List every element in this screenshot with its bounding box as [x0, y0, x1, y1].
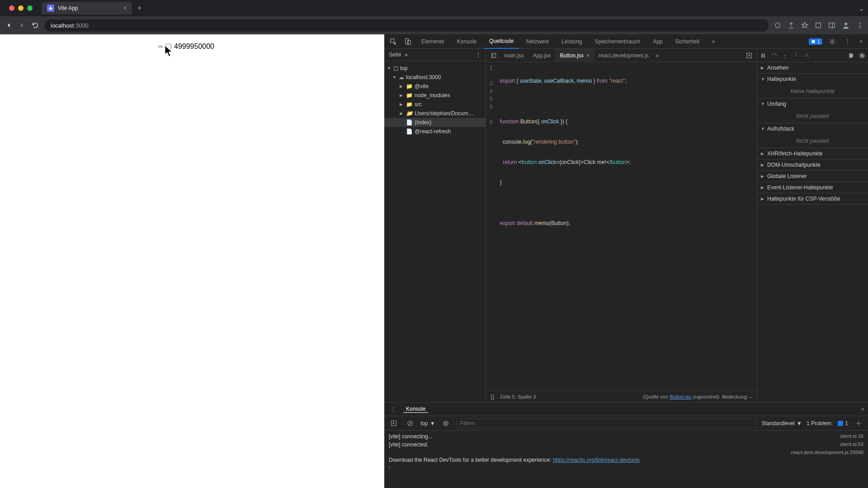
- tree-folder-node-modules[interactable]: ▶📁node_modules: [384, 91, 486, 100]
- react-devtools-link[interactable]: https://reactjs.org/link/react-devtools: [553, 457, 640, 463]
- editor-nav-icon[interactable]: [488, 52, 500, 59]
- live-expression-icon[interactable]: [440, 420, 452, 427]
- tab-memory[interactable]: Speicherverbrauch: [590, 34, 646, 49]
- editor-tab-main[interactable]: main.jsx: [500, 49, 528, 62]
- console-settings-icon[interactable]: [853, 420, 864, 427]
- section-event[interactable]: ▶Event-Listener-Haltepunkte: [757, 182, 868, 193]
- sidebar-icon[interactable]: [828, 22, 835, 29]
- settings-icon[interactable]: [826, 38, 839, 45]
- editor-run-icon[interactable]: [743, 52, 755, 59]
- inspect-element-icon[interactable]: [387, 38, 400, 45]
- tree-file-react-refresh[interactable]: 📄@react-refresh: [384, 127, 486, 136]
- console-close-icon[interactable]: ×: [861, 406, 864, 413]
- url-bar[interactable]: localhost:3000: [44, 19, 769, 32]
- tab-sources[interactable]: Quellcode: [484, 34, 519, 49]
- step-into-icon[interactable]: [781, 52, 789, 60]
- log-source[interactable]: client.ts:53: [840, 441, 863, 448]
- svg-rect-11: [812, 40, 815, 43]
- share-icon[interactable]: [788, 22, 795, 29]
- log-source[interactable]: react-dom.development.js:29840: [791, 450, 863, 455]
- tab-elements[interactable]: Elemente: [416, 34, 450, 49]
- deactivate-breakpoints-icon[interactable]: [847, 52, 855, 60]
- new-tab-button[interactable]: +: [132, 4, 147, 12]
- kebab-menu-icon[interactable]: [856, 22, 863, 29]
- devtools-close-icon[interactable]: ×: [857, 38, 865, 45]
- debug-sections: ▶Ansehen ▼Haltepunkte Keine Haltepunkte …: [757, 62, 868, 402]
- step-icon[interactable]: [802, 52, 811, 60]
- nav-tabs-overflow-icon[interactable]: »: [405, 52, 408, 58]
- reload-button[interactable]: [32, 22, 39, 29]
- tree-folder-vite[interactable]: ▶📁@vite: [384, 82, 486, 91]
- devtools-tabs: Elemente Konsole Quellcode Netzwerk Leis…: [384, 34, 868, 49]
- code-editor[interactable]: 134568 import { useState, useCallback, m…: [486, 62, 757, 390]
- pause-icon[interactable]: [759, 52, 767, 60]
- section-xhr[interactable]: ▶XHR/fetch-Haltepunkte: [757, 148, 868, 159]
- svg-point-26: [444, 422, 447, 424]
- console-filter[interactable]: [456, 418, 757, 428]
- back-button[interactable]: [5, 21, 13, 29]
- tab-network[interactable]: Netzwerk: [521, 34, 554, 49]
- svg-point-4: [844, 23, 847, 25]
- chevron-down-icon[interactable]: ⌄: [859, 4, 864, 13]
- star-icon[interactable]: [801, 22, 808, 29]
- tree-top[interactable]: ▼▢top: [384, 64, 486, 73]
- format-icon[interactable]: {}: [491, 393, 500, 400]
- svg-point-27: [443, 421, 448, 426]
- forward-button[interactable]: [18, 21, 26, 29]
- log-source[interactable]: client.ts:16: [840, 433, 863, 440]
- editor-tab-app[interactable]: App.jsx: [528, 49, 555, 62]
- pause-exceptions-icon[interactable]: [858, 52, 866, 60]
- editor-tab-button[interactable]: Button.jsx×: [555, 49, 594, 62]
- window-maximize[interactable]: [27, 5, 33, 11]
- profile-icon[interactable]: [842, 21, 850, 29]
- sources-navigator: Seite » ⋮ ▼▢top ▼☁localhost:3000 ▶📁@vite…: [384, 49, 486, 402]
- code-content: import { useState, useCallback, memo } f…: [496, 62, 757, 390]
- tab-console[interactable]: Konsole: [452, 34, 482, 49]
- svg-rect-2: [829, 23, 835, 28]
- tabs-overflow-icon[interactable]: »: [707, 34, 721, 49]
- log-row: [vite] connecting...client.ts:16: [384, 432, 868, 441]
- step-out-icon[interactable]: [792, 52, 800, 60]
- section-csp[interactable]: ▶Haltepunkte für CSP-Verstöße: [757, 193, 868, 204]
- window-close[interactable]: [9, 5, 14, 11]
- editor-tabs-overflow-icon[interactable]: »: [653, 52, 662, 59]
- console-level[interactable]: Standardlevel▼: [762, 420, 802, 427]
- tab-performance[interactable]: Leistung: [556, 34, 587, 49]
- device-toggle-icon[interactable]: [401, 38, 414, 45]
- nav-menu-icon[interactable]: ⋮: [476, 52, 481, 58]
- section-scope[interactable]: ▼Umfang: [757, 99, 868, 109]
- puzzle-icon[interactable]: [815, 22, 822, 29]
- section-breakpoints[interactable]: ▼Haltepunkte: [757, 74, 868, 84]
- issues-badge[interactable]: 1: [809, 38, 822, 45]
- editor-tab-close-icon[interactable]: ×: [586, 52, 590, 59]
- console-context[interactable]: top▼: [420, 420, 435, 427]
- tree-host[interactable]: ▼☁localhost:3000: [384, 73, 486, 82]
- problems-count[interactable]: 1 Problem: 1: [807, 420, 848, 427]
- section-global[interactable]: ▶Globale Listener: [757, 171, 868, 182]
- source-map-link[interactable]: Button.jsx: [670, 394, 691, 399]
- console-sidebar-icon[interactable]: [388, 420, 400, 427]
- window-minimize[interactable]: [18, 5, 24, 11]
- page-button[interactable]: [158, 46, 163, 47]
- breakpoints-empty: Keine Haltepunkte: [757, 84, 868, 98]
- devtools-menu-icon[interactable]: ⋮: [842, 38, 853, 45]
- tab-close-icon[interactable]: ×: [123, 5, 127, 11]
- console-tab[interactable]: Konsole: [403, 406, 428, 413]
- editor-tab-react-dev[interactable]: react.development.js: [594, 49, 653, 62]
- tab-app[interactable]: App: [647, 34, 668, 49]
- tree-folder-users[interactable]: ▶📁Users/stephan/Docum…: [384, 109, 486, 118]
- browser-tab[interactable]: Vite App ×: [42, 2, 132, 14]
- console-prompt[interactable]: ›: [384, 464, 868, 470]
- section-dom[interactable]: ▶DOM-Umschaltpunkte: [757, 160, 868, 170]
- section-callstack[interactable]: ▼Aufrufstack: [757, 123, 868, 134]
- tab-security[interactable]: Sicherheit: [670, 34, 705, 49]
- tree-file-index[interactable]: 📄(Index): [384, 118, 486, 127]
- tree-folder-src[interactable]: ▶📁src: [384, 100, 486, 109]
- nav-tab-page[interactable]: Seite: [389, 52, 401, 58]
- step-over-icon[interactable]: [770, 52, 778, 60]
- section-watch[interactable]: ▶Ansehen: [757, 62, 868, 73]
- console-menu-icon[interactable]: ⋮: [388, 406, 399, 413]
- editor-status-bar: {}Zeile 5, Spalte 3 (Quelle von Button.j…: [486, 390, 757, 402]
- clear-console-icon[interactable]: [404, 420, 416, 427]
- google-icon[interactable]: [774, 22, 781, 29]
